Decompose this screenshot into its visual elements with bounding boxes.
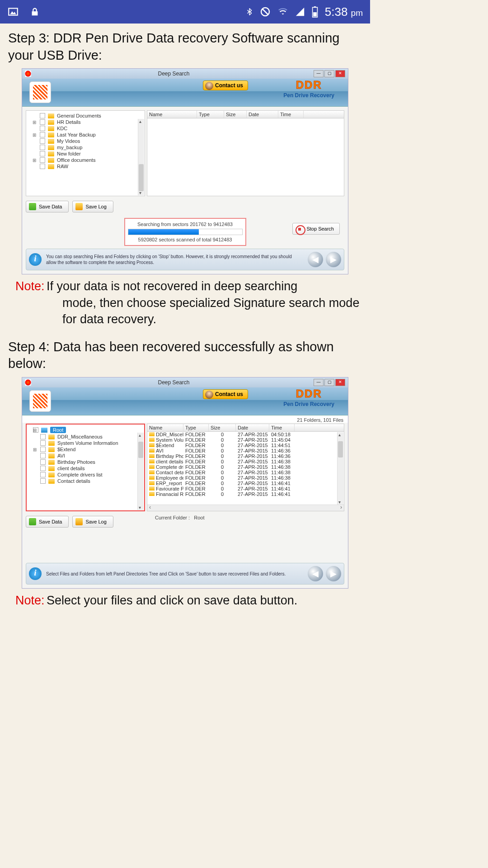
logo-icon <box>29 81 51 103</box>
table-row[interactable]: client detailsFOLDER027-APR-201511:46:38 <box>147 459 344 464</box>
note2-text: Select your files and click on save data… <box>47 594 297 607</box>
table-row[interactable]: Faviourate Pi...FOLDER027-APR-201511:46:… <box>147 486 344 491</box>
tree-item[interactable]: $Extend <box>27 446 144 453</box>
nav-prev-button[interactable]: ◀ <box>308 252 323 267</box>
note1-text: If your data is not recovered in deep se… <box>47 279 297 293</box>
brand-text: DDR <box>283 79 334 91</box>
header-ribbon: Contact us DDR Pen Drive Recovery <box>22 79 348 107</box>
save-log-button[interactable]: Save Log <box>72 201 113 212</box>
file-list-panel[interactable]: Name Type Size Date Time <box>147 110 344 196</box>
note1-cont: mode, then choose specialized Signature … <box>15 295 362 328</box>
logo-icon <box>29 390 51 412</box>
save-data-button[interactable]: Save Data <box>26 201 69 212</box>
list-scrollbar[interactable] <box>337 432 343 505</box>
titlebar: Deep Search — ▢ ✕ <box>22 377 348 387</box>
table-row[interactable]: Complete dri...FOLDER027-APR-201511:46:3… <box>147 464 344 470</box>
app-window-results: Deep Search — ▢ ✕ Contact us DDR Pen Dri… <box>22 377 348 589</box>
file-list-panel[interactable]: Name Type Size Date Time DDR_Miscella...… <box>147 424 344 511</box>
brand-text: DDR <box>283 387 334 400</box>
signal-icon <box>295 7 305 17</box>
step4-title: Step 4: Data has been recovered successf… <box>8 339 362 373</box>
minimize-button[interactable]: — <box>314 379 324 386</box>
nav-next-button[interactable]: ▶ <box>326 566 341 581</box>
table-row[interactable]: DDR_Miscella...FOLDER027-APR-201504:50:1… <box>147 432 344 437</box>
close-button[interactable]: ✕ <box>335 379 345 386</box>
svg-rect-8 <box>313 12 317 16</box>
titlebar: Deep Search — ▢ ✕ <box>22 69 348 79</box>
close-button[interactable]: ✕ <box>335 70 345 77</box>
list-header: Name Type Size Date Time <box>147 111 344 118</box>
info-bar: Select Files and Folders from left Panel… <box>26 563 344 585</box>
search-progress-box: Searching from sectors 201762 to 9412483… <box>124 218 246 246</box>
save-data-button[interactable]: Save Data <box>26 516 69 528</box>
save-log-button[interactable]: Save Log <box>72 516 113 528</box>
table-row[interactable]: ERP_reportFOLDER027-APR-201511:46:41 <box>147 481 344 486</box>
picture-icon <box>7 6 19 18</box>
tree-item[interactable]: RAW <box>26 163 145 170</box>
col-time[interactable]: Time <box>278 111 304 118</box>
wifi-icon <box>277 7 289 17</box>
col-type[interactable]: Type <box>183 424 209 431</box>
folder-tree-panel[interactable]: RootDDR_MiscellaneousSystem Volume Infor… <box>26 424 145 511</box>
table-row[interactable]: Employee det...FOLDER027-APR-201511:46:3… <box>147 475 344 481</box>
minimize-button[interactable]: — <box>314 70 324 77</box>
tree-root[interactable]: Root <box>27 426 144 434</box>
note2-label: Note: <box>15 594 45 607</box>
tree-item[interactable]: my_backup <box>26 144 145 151</box>
horizontal-scrollbar[interactable] <box>147 505 344 511</box>
tree-scrollbar[interactable] <box>137 433 144 510</box>
col-name[interactable]: Name <box>147 111 197 118</box>
table-row[interactable]: Finanacial Re...FOLDER027-APR-201511:46:… <box>147 491 344 497</box>
contact-us-button[interactable]: Contact us <box>203 389 248 399</box>
table-row[interactable]: Contact detailsFOLDER027-APR-201511:46:3… <box>147 470 344 475</box>
tree-scrollbar[interactable] <box>138 119 144 195</box>
tree-item[interactable]: DDR_Miscellaneous <box>27 434 144 440</box>
tree-item[interactable]: AVI <box>27 453 144 459</box>
tree-item[interactable]: HR Details <box>26 119 145 125</box>
list-header: Name Type Size Date Time <box>147 424 344 432</box>
table-row[interactable]: System Volu...FOLDER027-APR-201511:45:04 <box>147 437 344 443</box>
col-time[interactable]: Time <box>269 424 295 431</box>
tree-item[interactable]: Complete drivers list <box>27 472 144 478</box>
folder-tree-panel[interactable]: General DocumentsHR DetailsKDCLast Year … <box>26 110 145 196</box>
maximize-button[interactable]: ▢ <box>324 70 334 77</box>
android-status-bar: 5:38 pm <box>0 0 370 24</box>
info-text: You can stop searching Files and Folders… <box>46 254 303 265</box>
col-size[interactable]: Size <box>224 111 247 118</box>
status-time: 5:38 pm <box>325 5 363 19</box>
table-row[interactable]: AVIFOLDER027-APR-201511:46:36 <box>147 448 344 453</box>
col-name[interactable]: Name <box>147 424 183 431</box>
tree-item[interactable]: KDC <box>26 125 145 132</box>
svg-rect-2 <box>32 11 38 15</box>
tree-item[interactable]: Contact details <box>27 478 144 484</box>
contact-us-button[interactable]: Contact us <box>203 80 248 90</box>
no-sign-icon <box>260 6 271 17</box>
tree-item[interactable]: client details <box>27 465 144 472</box>
app-icon <box>25 71 31 77</box>
header-ribbon: Contact us DDR Pen Drive Recovery <box>22 387 348 415</box>
bluetooth-icon <box>245 6 253 18</box>
tree-item[interactable]: Last Year Backup <box>26 132 145 138</box>
svg-line-4 <box>263 9 268 14</box>
col-size[interactable]: Size <box>209 424 236 431</box>
maximize-button[interactable]: ▢ <box>324 379 334 386</box>
stop-search-button[interactable]: Stop Search <box>292 223 340 235</box>
tree-item[interactable]: Office documents <box>26 157 145 163</box>
nav-next-button[interactable]: ▶ <box>326 252 341 267</box>
tree-item[interactable]: General Documents <box>26 113 145 119</box>
tree-item[interactable]: My Videos <box>26 138 145 144</box>
lock-icon <box>30 6 40 18</box>
tree-item[interactable]: New folder <box>26 151 145 157</box>
info-icon <box>29 253 42 266</box>
col-date[interactable]: Date <box>247 111 278 118</box>
nav-prev-button[interactable]: ◀ <box>308 566 323 581</box>
app-window-scanning: Deep Search — ▢ ✕ Contact us DDR Pen Dri… <box>22 68 348 274</box>
col-date[interactable]: Date <box>236 424 269 431</box>
col-type[interactable]: Type <box>197 111 224 118</box>
tree-item[interactable]: System Volume Information <box>27 440 144 446</box>
tree-item[interactable]: Birthday Photoes <box>27 459 144 465</box>
table-row[interactable]: $ExtendFOLDER027-APR-201511:44:51 <box>147 443 344 448</box>
info-icon <box>29 567 42 580</box>
progress-bar <box>128 229 243 235</box>
table-row[interactable]: Birthday Phot...FOLDER027-APR-201511:46:… <box>147 453 344 459</box>
